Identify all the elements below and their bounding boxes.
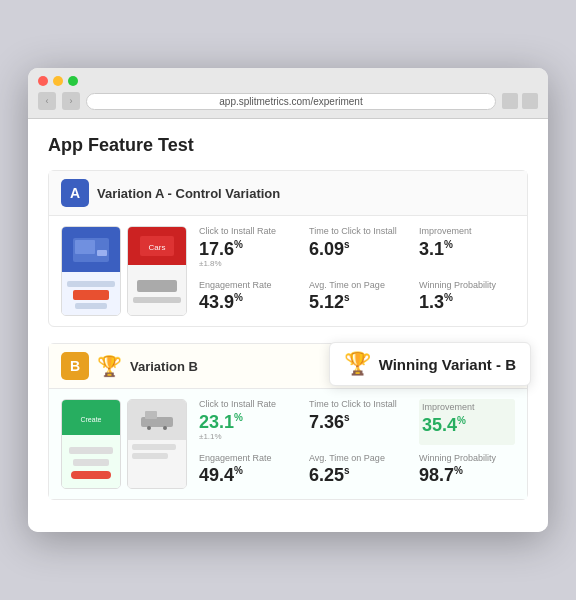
svg-text:Cars: Cars: [149, 243, 166, 252]
metric-b-wp-label: Winning Probability: [419, 453, 515, 465]
ss-car2: [137, 280, 177, 292]
variation-b-screenshots: Create: [61, 399, 187, 489]
metric-b-imp-label: Improvement: [422, 402, 512, 414]
metric-a-atop: Avg. Time on Page 5.12s: [309, 280, 405, 317]
screenshot-b2: [127, 399, 187, 489]
variation-a-badge: A: [61, 179, 89, 207]
metric-a-wp-label: Winning Probability: [419, 280, 515, 292]
svg-rect-1: [75, 240, 95, 254]
ss-b2-line1: [132, 444, 176, 450]
variation-a-metrics: Click to Install Rate 17.6% ±1.8% Time t…: [199, 226, 515, 316]
metric-b-atop: Avg. Time on Page 6.25s: [309, 453, 405, 490]
ss-car-line: [67, 281, 115, 287]
metric-a-ctr-label: Click to Install Rate: [199, 226, 295, 238]
variation-a-screenshots: Cars: [61, 226, 187, 316]
metric-b-eng: Engagement Rate 49.4%: [199, 453, 295, 490]
metric-b-ttci: Time to Click to Install 7.36s: [309, 399, 405, 445]
ss-b1-line2: [73, 459, 109, 466]
metric-a-eng: Engagement Rate 43.9%: [199, 280, 295, 317]
svg-point-9: [147, 426, 151, 430]
metric-b-eng-label: Engagement Rate: [199, 453, 295, 465]
screenshot-a1: [61, 226, 121, 316]
metric-b-ttci-value: 7.36s: [309, 412, 405, 433]
metric-a-ttci: Time to Click to Install 6.09s: [309, 226, 405, 272]
dot-green[interactable]: [68, 76, 78, 86]
metric-b-atop-label: Avg. Time on Page: [309, 453, 405, 465]
browser-chrome: ‹ › app.splitmetrics.com/experiment: [28, 68, 548, 119]
variation-b-header: B 🏆 Variation B 🏆 Winning Variant - B: [49, 344, 527, 389]
metric-b-ctr: Click to Install Rate 23.1% ±1.1%: [199, 399, 295, 445]
variation-a-body: Cars Click to Install Rate 17.6%: [49, 216, 527, 326]
browser-window: ‹ › app.splitmetrics.com/experiment App …: [28, 68, 548, 532]
browser-actions: [502, 93, 538, 109]
metric-a-wp-value: 1.3%: [419, 292, 515, 313]
metric-b-ctr-label: Click to Install Rate: [199, 399, 295, 411]
variation-a-section: A Variation A - Control Variation: [48, 170, 528, 327]
metric-a-imp: Improvement 3.1%: [419, 226, 515, 272]
metric-a-eng-label: Engagement Rate: [199, 280, 295, 292]
metric-b-wp: Winning Probability 98.7%: [419, 453, 515, 490]
ss-a2-top: Cars: [128, 227, 186, 265]
ss-a2-bottom: [128, 265, 186, 315]
metric-a-atop-value: 5.12s: [309, 292, 405, 313]
ss-a1-bottom: [62, 272, 120, 315]
metric-a-ctr: Click to Install Rate 17.6% ±1.8%: [199, 226, 295, 272]
trophy-icon: 🏆: [97, 354, 122, 378]
variation-b-section: B 🏆 Variation B 🏆 Winning Variant - B Cr…: [48, 343, 528, 500]
metric-a-ctr-sub: ±1.8%: [199, 259, 295, 268]
address-bar[interactable]: app.splitmetrics.com/experiment: [86, 93, 496, 110]
ss-b1-btn: [71, 471, 111, 479]
metric-a-ctr-value: 17.6%: [199, 239, 295, 260]
winning-banner: 🏆 Winning Variant - B: [329, 342, 531, 386]
variation-b-badge: B: [61, 352, 89, 380]
variation-b-label: Variation B: [130, 359, 198, 374]
dot-red[interactable]: [38, 76, 48, 86]
back-button[interactable]: ‹: [38, 92, 56, 110]
metric-b-atop-value: 6.25s: [309, 465, 405, 486]
metric-b-imp-value: 35.4%: [422, 415, 512, 436]
page-title: App Feature Test: [48, 135, 528, 156]
metric-a-imp-value: 3.1%: [419, 239, 515, 260]
variation-b-metrics: Click to Install Rate 23.1% ±1.1% Time t…: [199, 399, 515, 489]
ss-b1-bottom: [62, 435, 120, 488]
browser-toolbar: ‹ › app.splitmetrics.com/experiment: [38, 92, 538, 110]
variation-b-body: Create: [49, 389, 527, 499]
variation-a-header: A Variation A - Control Variation: [49, 171, 527, 216]
share-button[interactable]: [502, 93, 518, 109]
metric-a-eng-value: 43.9%: [199, 292, 295, 313]
variation-a-label: Variation A - Control Variation: [97, 186, 280, 201]
new-tab-button[interactable]: [522, 93, 538, 109]
forward-button[interactable]: ›: [62, 92, 80, 110]
metric-a-wp: Winning Probability 1.3%: [419, 280, 515, 317]
browser-dots: [38, 76, 538, 86]
metric-a-atop-label: Avg. Time on Page: [309, 280, 405, 292]
svg-rect-8: [145, 411, 157, 419]
metric-b-ctr-value: 23.1%: [199, 412, 295, 433]
svg-text:Create: Create: [80, 416, 101, 423]
ss-b2-bottom: [128, 440, 186, 488]
ss-car: [73, 290, 109, 300]
metric-b-ttci-label: Time to Click to Install: [309, 399, 405, 411]
metric-b-wp-value: 98.7%: [419, 465, 515, 486]
screenshot-b1: Create: [61, 399, 121, 489]
winning-variant-text: Winning Variant - B: [379, 356, 516, 373]
dot-yellow[interactable]: [53, 76, 63, 86]
metric-a-ttci-label: Time to Click to Install: [309, 226, 405, 238]
ss-a1-top: [62, 227, 120, 272]
screenshot-a2: Cars: [127, 226, 187, 316]
ss-b2-top: [128, 400, 186, 440]
ss-b1-top: Create: [62, 400, 120, 435]
svg-rect-2: [97, 250, 107, 256]
metric-b-ctr-sub: ±1.1%: [199, 432, 295, 441]
winning-trophy-icon: 🏆: [344, 351, 371, 377]
metric-b-imp: Improvement 35.4%: [419, 399, 515, 445]
metric-b-eng-value: 49.4%: [199, 465, 295, 486]
ss-b2-line2: [132, 453, 168, 459]
page-content: App Feature Test A Variation A - Control…: [28, 119, 548, 532]
metric-a-imp-label: Improvement: [419, 226, 515, 238]
ss-car-line2: [75, 303, 107, 309]
ss-a2-line: [133, 297, 181, 303]
metric-a-ttci-value: 6.09s: [309, 239, 405, 260]
svg-point-10: [163, 426, 167, 430]
ss-b1-line1: [69, 447, 113, 454]
